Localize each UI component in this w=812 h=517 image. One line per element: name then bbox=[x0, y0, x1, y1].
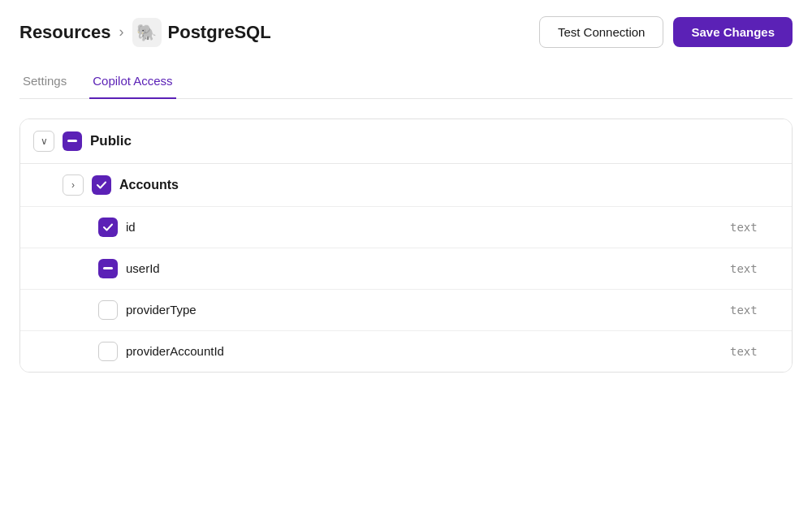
page-header: Resources › 🐘 PostgreSQL Test Connection… bbox=[19, 16, 793, 48]
schema-public-label: Public bbox=[90, 133, 132, 149]
schema-card: ∨ Public › Accounts id bbox=[19, 118, 793, 373]
column-userid-row: userId text bbox=[20, 248, 792, 289]
column-userid-type: text bbox=[730, 262, 779, 275]
chevron-down-icon: ∨ bbox=[41, 136, 48, 147]
column-provideraccountid-checkbox[interactable] bbox=[98, 342, 118, 361]
column-providertype-row: providerType text bbox=[20, 289, 792, 330]
db-icon-wrapper: 🐘 bbox=[132, 18, 162, 47]
breadcrumb-db-name: PostgreSQL bbox=[168, 22, 271, 43]
test-connection-button[interactable]: Test Connection bbox=[539, 16, 664, 48]
save-changes-button[interactable]: Save Changes bbox=[673, 17, 793, 47]
tab-settings[interactable]: Settings bbox=[19, 67, 70, 99]
breadcrumb: Resources › 🐘 PostgreSQL bbox=[19, 18, 271, 47]
chevron-right-icon: › bbox=[71, 179, 75, 191]
tab-copilot-access[interactable]: Copilot Access bbox=[89, 67, 175, 99]
column-id-row: id text bbox=[20, 206, 792, 248]
tab-bar: Settings Copilot Access bbox=[19, 67, 793, 99]
checkmark-icon bbox=[96, 179, 107, 191]
header-actions: Test Connection Save Changes bbox=[539, 16, 793, 48]
column-providertype-name: providerType bbox=[126, 303, 722, 317]
table-accounts-expand-button[interactable]: › bbox=[63, 174, 84, 196]
column-userid-checkbox[interactable] bbox=[98, 259, 118, 278]
breadcrumb-chevron-icon: › bbox=[119, 24, 124, 41]
column-id-type: text bbox=[730, 221, 779, 234]
column-id-checkbox[interactable] bbox=[98, 218, 118, 237]
minus-icon bbox=[67, 140, 77, 142]
column-id-name: id bbox=[126, 220, 722, 234]
table-accounts-section: › Accounts id text userId bbox=[20, 163, 792, 372]
breadcrumb-resources[interactable]: Resources bbox=[19, 22, 111, 43]
minus-icon bbox=[103, 267, 113, 269]
table-accounts-row: › Accounts bbox=[20, 164, 792, 206]
column-userid-name: userId bbox=[126, 261, 722, 275]
column-provideraccountid-name: providerAccountId bbox=[126, 344, 722, 358]
column-providertype-type: text bbox=[730, 304, 779, 317]
schema-collapse-button[interactable]: ∨ bbox=[33, 131, 54, 152]
column-providertype-checkbox[interactable] bbox=[98, 300, 118, 320]
schema-public-checkbox[interactable] bbox=[63, 131, 82, 151]
table-accounts-checkbox[interactable] bbox=[92, 175, 111, 195]
postgresql-icon: 🐘 bbox=[136, 23, 157, 42]
column-provideraccountid-type: text bbox=[730, 345, 779, 358]
schema-public-row: ∨ Public bbox=[20, 119, 792, 163]
checkmark-icon bbox=[102, 222, 114, 233]
table-accounts-label: Accounts bbox=[119, 178, 179, 192]
column-provideraccountid-row: providerAccountId text bbox=[20, 330, 792, 372]
